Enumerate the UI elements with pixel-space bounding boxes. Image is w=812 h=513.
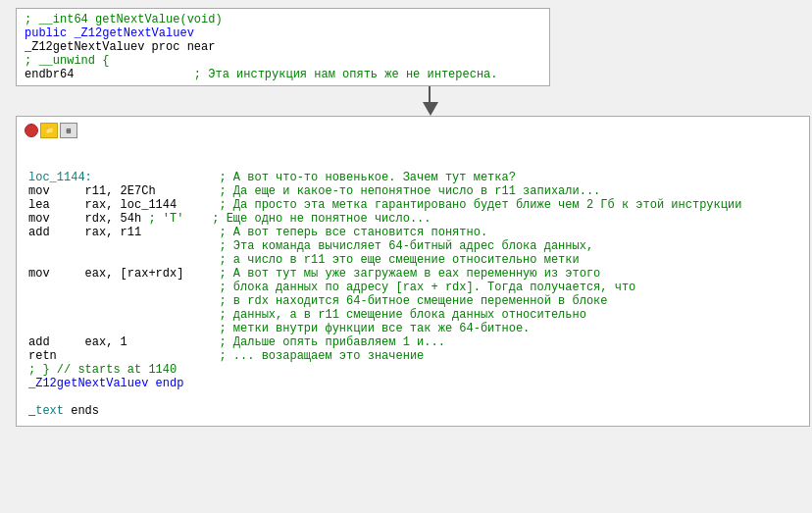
comment-13: ; Дальше опять прибавляем 1 и... bbox=[219, 335, 444, 349]
line-5: endbr64 bbox=[25, 68, 74, 81]
expand-button[interactable]: ⊞ bbox=[60, 123, 77, 138]
line-2: public _Z12getNextValuev bbox=[25, 26, 194, 40]
comment-5: ; А вот теперь все становится понятно. bbox=[219, 226, 487, 239]
instr-add-1: add rax, r11 bbox=[28, 226, 141, 239]
comment-4: ; Еще одно не понятное число... bbox=[212, 212, 431, 226]
instr-mov-1: mov r11, 2E7Ch bbox=[28, 184, 156, 198]
ends-keyword: ends bbox=[71, 404, 99, 418]
comment-10: ; в rdx находится 64-битное смещение пер… bbox=[219, 294, 607, 308]
char-t: ; 'T' bbox=[148, 212, 183, 226]
empty-line-1 bbox=[28, 152, 797, 171]
comment-11: ; данных, а в r11 смещение блока данных … bbox=[219, 308, 585, 322]
text-section: text bbox=[35, 404, 64, 418]
line-3: _Z12getNextValuev proc near bbox=[25, 40, 215, 54]
close-button[interactable] bbox=[25, 124, 38, 137]
comment-14: ; ... возаращаем это значение bbox=[219, 349, 424, 363]
comment-3: ; Да просто эта метка гарантировано буде… bbox=[219, 198, 741, 212]
comment-7: ; а число в r11 это еще смещение относит… bbox=[219, 253, 579, 267]
line-5-comment: ; Эта инструкция нам опять же не интерес… bbox=[194, 68, 498, 81]
code-block: loc_1144: ; А вот что-то новенькое. Заче… bbox=[28, 171, 797, 418]
instr-mov-3: mov eax, [rax+rdx] bbox=[28, 267, 183, 281]
instr-retn: retn bbox=[28, 349, 57, 363]
instr-mov-2: mov rdx, 54h bbox=[28, 212, 141, 226]
top-code-content: ; __int64 getNextValue(void) public _Z12… bbox=[25, 13, 541, 81]
instr-add-2: add eax, 1 bbox=[28, 335, 127, 349]
line-4: ; __unwind { bbox=[25, 54, 109, 68]
line-1: ; __int64 getNextValue(void) bbox=[25, 13, 223, 26]
comment-1: ; А вот что-то новенькое. Зачем тут метк… bbox=[219, 171, 515, 184]
comment-starts: ; } // starts at 1140 bbox=[28, 363, 177, 377]
bottom-code-box: 📁 ⊞ loc_1144: ; А вот что-то новенькое. … bbox=[16, 116, 810, 427]
code-content: loc_1144: ; А вот что-то новенькое. Заче… bbox=[25, 150, 801, 420]
instr-lea: lea rax, loc_1144 bbox=[28, 198, 177, 212]
endp-label: _Z12getNextValuev endp bbox=[28, 377, 183, 390]
arrow-shaft bbox=[429, 86, 431, 102]
comment-12: ; метки внутри функции все так же 64-бит… bbox=[219, 322, 530, 335]
toolbar: 📁 ⊞ bbox=[25, 123, 801, 142]
comment-9: ; блока данных по адресу [rax + rdx]. То… bbox=[219, 281, 635, 294]
arrow-head bbox=[423, 102, 438, 116]
comment-6: ; Эта команда вычисляет 64-битный адрес … bbox=[219, 239, 593, 253]
comment-8: ; А вот тут мы уже загружаем в eax перем… bbox=[219, 267, 600, 281]
arrow bbox=[57, 86, 804, 116]
folder-button[interactable]: 📁 bbox=[40, 123, 58, 138]
top-code-box: ; __int64 getNextValue(void) public _Z12… bbox=[16, 8, 550, 86]
comment-2: ; Да еще и какое-то непонятное число в r… bbox=[219, 184, 600, 198]
loc-label: loc_1144: bbox=[28, 171, 92, 184]
